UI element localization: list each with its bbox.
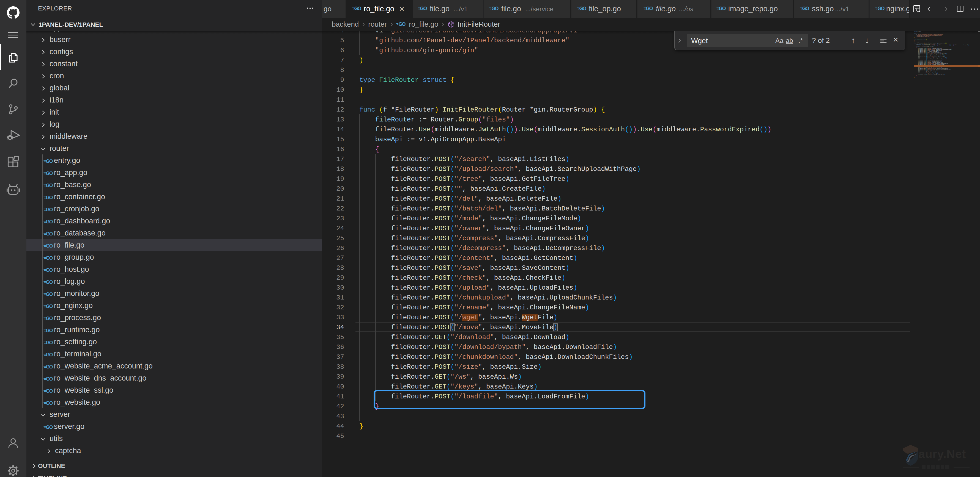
svg-text:GO: GO <box>46 183 53 188</box>
svg-text:GO: GO <box>46 171 53 176</box>
svg-text:GO: GO <box>354 6 361 11</box>
svg-text:GO: GO <box>46 244 53 249</box>
svg-text:GO: GO <box>46 219 53 225</box>
svg-text:GO: GO <box>46 340 53 345</box>
svg-text:GO: GO <box>46 364 53 369</box>
svg-text:GO: GO <box>492 6 499 11</box>
svg-text:GO: GO <box>46 159 53 164</box>
svg-text:GO: GO <box>46 255 53 261</box>
svg-text:GO: GO <box>878 6 885 11</box>
svg-text:GO: GO <box>719 6 726 11</box>
svg-text:GO: GO <box>46 231 53 236</box>
svg-text:GO: GO <box>46 207 53 212</box>
svg-text:GO: GO <box>46 425 53 430</box>
svg-text:GO: GO <box>46 280 53 285</box>
svg-text:GO: GO <box>46 388 53 394</box>
svg-text:GO: GO <box>46 352 53 358</box>
svg-text:GO: GO <box>46 328 53 333</box>
svg-text:GO: GO <box>46 376 53 382</box>
svg-text:GO: GO <box>802 6 810 11</box>
svg-text:GO: GO <box>46 292 53 297</box>
svg-text:GO: GO <box>46 401 53 406</box>
svg-text:GO: GO <box>399 22 406 27</box>
svg-text:GO: GO <box>46 316 53 321</box>
svg-text:GO: GO <box>46 195 53 200</box>
svg-text:GO: GO <box>46 268 53 273</box>
svg-text:GO: GO <box>46 304 53 309</box>
svg-text:GO: GO <box>579 6 587 11</box>
svg-text:GO: GO <box>420 6 427 11</box>
svg-text:GO: GO <box>646 6 653 11</box>
